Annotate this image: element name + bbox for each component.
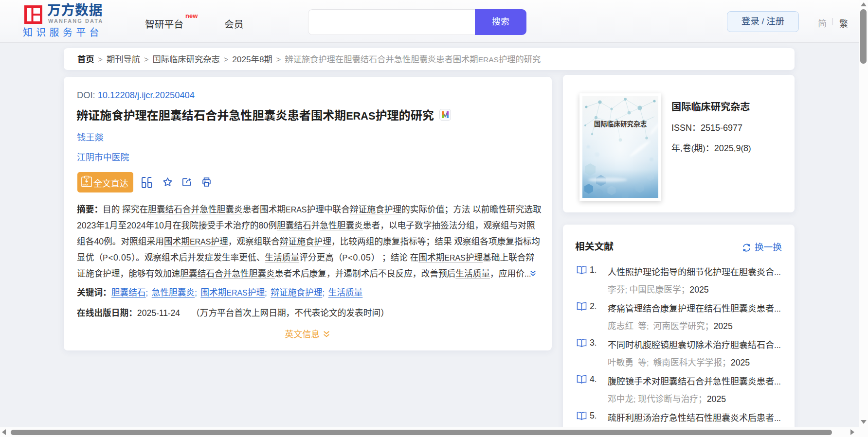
svg-text:free: free <box>83 183 89 187</box>
svg-text:国际临床研究杂志: 国际临床研究杂志 <box>594 120 647 128</box>
